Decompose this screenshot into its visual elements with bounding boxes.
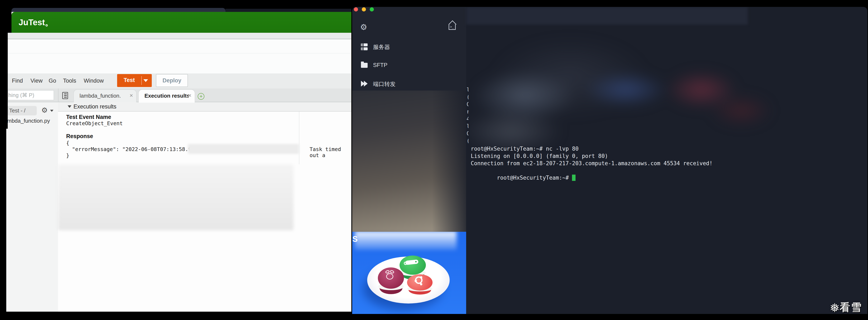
browser-top-strip-right: [225, 9, 351, 12]
redacted-text-blur: [188, 144, 299, 154]
toolbar-band: [6, 33, 351, 39]
terminal-line: root@HxSecurityTeam:~# nc -lvp 80: [471, 145, 579, 152]
screenshot-stage: JuTest。 Find View Go Tools Window Test D…: [0, 0, 868, 320]
tab-lambda-function[interactable]: lambda_function. ×: [73, 90, 136, 102]
settings-gear-icon[interactable]: ⚙: [360, 23, 367, 32]
termius-window: ⚙ >_ 服务器 SFTP 端口转发: [352, 7, 867, 314]
server-icon: [361, 43, 368, 51]
macaron-ubuntu: [407, 274, 433, 294]
menu-window[interactable]: Window: [84, 77, 104, 84]
file-list-icon[interactable]: [62, 92, 68, 99]
partial-letter: S: [352, 235, 358, 244]
menu-tools[interactable]: Tools: [63, 77, 76, 84]
close-icon[interactable]: ×: [188, 92, 191, 99]
menu-go[interactable]: Go: [49, 77, 56, 84]
terminal-blurred-region: [470, 23, 867, 147]
execution-results-header[interactable]: Execution results: [58, 102, 351, 111]
gear-icon[interactable]: ⚙: [41, 106, 48, 114]
terminal-line: Connection from ec2-18-207-217-203.compu…: [471, 160, 712, 167]
aws-banner: JuTest。: [11, 12, 351, 33]
test-dropdown-icon[interactable]: [144, 79, 148, 82]
upper-band: [6, 39, 351, 73]
json-close: }: [66, 153, 69, 159]
file-tree-panel: Test - / ⚙ mbda_function.py: [6, 102, 58, 312]
menu-find[interactable]: Find: [12, 77, 23, 84]
snowflake-icon: ❅: [830, 301, 840, 315]
traffic-light-minimize-icon[interactable]: [362, 7, 366, 11]
bottom-crop-strip: [0, 314, 868, 320]
blurred-highlight: [355, 232, 457, 250]
termius-sidebar: ⚙ >_ 服务器 SFTP 端口转发: [352, 7, 466, 314]
menu-view[interactable]: View: [30, 77, 42, 84]
home-terminal-icon[interactable]: >_: [448, 24, 457, 30]
workspace-title: JuTest。: [19, 12, 53, 33]
clipped-text-slivers: l ( C r 4 l C (: [467, 87, 468, 145]
browser-top-strip: [11, 8, 225, 12]
response-label: Response: [66, 133, 93, 139]
redacted-content-blur: [58, 164, 293, 230]
button-divider: [141, 76, 142, 85]
test-event-label: Test Event Name: [66, 114, 111, 120]
raspberry-pi-logo-icon: [385, 270, 395, 280]
macaron-raspberry-pi: [378, 267, 404, 294]
sidebar-item-sftp[interactable]: SFTP: [352, 59, 466, 72]
goto-anything-search[interactable]: [8, 90, 54, 100]
sidebar-item-port-forwarding[interactable]: 端口转发: [352, 78, 466, 90]
new-tab-icon[interactable]: +: [198, 93, 205, 100]
test-event-name: CreateObject_Event: [66, 120, 123, 126]
ubuntu-logo-icon: [415, 277, 423, 284]
divider-line: [6, 53, 351, 54]
terminal-top-blur: [466, 7, 748, 25]
search-input[interactable]: [8, 90, 54, 100]
aws-cloud9-window: JuTest。 Find View Go Tools Window Test D…: [6, 12, 351, 312]
results-column-divider: [299, 111, 299, 164]
traffic-light-close-icon[interactable]: [354, 7, 358, 11]
execution-results-panel: Test Event Name CreateObject_Event Respo…: [58, 111, 351, 312]
terminal-line: Listening on [0.0.0.0] (family 0, port 8…: [471, 153, 608, 160]
terminal-cursor: [572, 174, 576, 181]
terminal-prompt-line: root@HxSecurityTeam:~#: [471, 167, 576, 188]
traffic-light-zoom-icon[interactable]: [370, 7, 374, 11]
tree-item-lambda-function[interactable]: mbda_function.py: [7, 118, 50, 124]
crop-strip: [0, 129, 6, 320]
error-message-line: "errorMessage": "2022-06-08T07:13:58.914…: [72, 146, 201, 152]
tab-execution-results[interactable]: Execution results ×: [138, 90, 195, 103]
sidebar-item-servers[interactable]: 服务器: [352, 41, 466, 54]
kanxue-watermark: ❅看雪: [830, 300, 862, 315]
sidebar-blurred-region: [352, 91, 466, 232]
crop-strip: [0, 33, 8, 129]
workspace-chip[interactable]: Test - /: [7, 106, 37, 115]
deploy-button[interactable]: Deploy: [156, 74, 188, 87]
port-forward-icon: [361, 81, 368, 87]
chevron-down-icon[interactable]: [50, 110, 54, 112]
crop-strip: [0, 8, 11, 33]
log-snippet: Task timed out a: [310, 146, 351, 158]
collapse-triangle-icon[interactable]: [68, 105, 71, 108]
terminal-screen[interactable]: l ( C r 4 l C ( root@HxSecurityTeam:~# n…: [466, 7, 867, 314]
close-icon[interactable]: ×: [130, 92, 133, 99]
json-open: {: [66, 140, 69, 146]
folder-icon: [361, 63, 368, 68]
test-button[interactable]: Test: [117, 74, 152, 87]
